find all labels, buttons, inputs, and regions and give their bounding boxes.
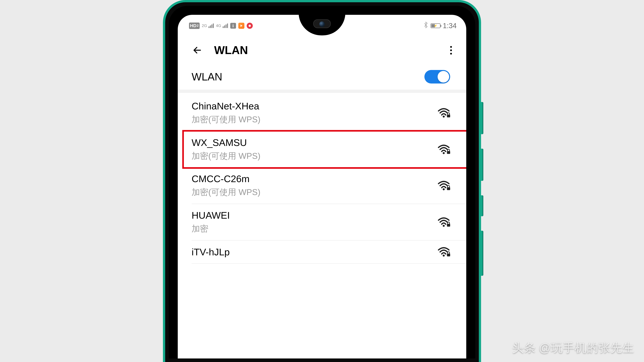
more-menu-button[interactable] — [445, 44, 456, 56]
wifi-lock-icon — [437, 246, 450, 258]
network-ssid: HUAWEI — [192, 210, 230, 221]
more-icon — [450, 46, 452, 48]
svg-point-6 — [443, 225, 445, 227]
svg-point-2 — [443, 152, 445, 154]
svg-point-0 — [443, 115, 445, 118]
record-app-icon — [247, 23, 253, 29]
back-arrow-icon — [192, 45, 202, 55]
watermark: 头条 @玩手机的张先生 — [512, 340, 634, 356]
side-buttons — [480, 102, 483, 290]
network-security: 加密(可使用 WPS) — [192, 114, 260, 125]
wifi-lock-icon — [437, 180, 450, 191]
network-ssid: CMCC-C26m — [192, 173, 260, 184]
titlebar: WLAN — [178, 36, 466, 64]
svg-rect-7 — [447, 224, 450, 227]
page-title: WLAN — [214, 44, 248, 57]
phone-frame: HD2 2G 4G — [163, 0, 481, 362]
network-security: 加密(可使用 WPS) — [192, 187, 260, 198]
network-ssid: iTV-hJLp — [192, 247, 230, 258]
wifi-lock-icon — [437, 107, 450, 119]
network-item[interactable]: ChinaNet-XHea加密(可使用 WPS) — [192, 93, 466, 131]
hd-badge: HD2 — [189, 22, 200, 29]
network-item[interactable]: iTV-hJLp — [192, 241, 466, 264]
watermark-handle: @玩手机的张先生 — [539, 340, 634, 356]
back-button[interactable] — [192, 44, 203, 56]
svg-point-8 — [443, 255, 445, 257]
clock: 1:34 — [443, 22, 456, 30]
svg-rect-9 — [447, 254, 450, 257]
bluetooth-icon — [424, 21, 428, 30]
wlan-toggle-row: WLAN — [178, 64, 466, 93]
network-ssid: WX_SAMSU — [192, 137, 260, 148]
network-ssid: ChinaNet-XHea — [192, 100, 260, 112]
network-item[interactable]: HUAWEI加密 — [192, 204, 466, 241]
wlan-toggle-label: WLAN — [192, 71, 222, 83]
info-icon: i — [230, 23, 236, 29]
play-app-icon — [238, 23, 244, 29]
network-list: ChinaNet-XHea加密(可使用 WPS) WX_SAMSU加密(可使用 … — [178, 93, 466, 264]
network-security: 加密(可使用 WPS) — [192, 150, 260, 162]
network-item[interactable]: WX_SAMSU加密(可使用 WPS) — [192, 131, 466, 167]
signal-4g: 4G — [216, 23, 228, 28]
watermark-brand: 头条 — [512, 340, 536, 356]
svg-rect-1 — [447, 115, 450, 117]
signal-2g: 2G — [202, 23, 214, 28]
battery-icon: ⚡ — [430, 23, 440, 28]
svg-point-4 — [443, 188, 445, 190]
network-item[interactable]: CMCC-C26m加密(可使用 WPS) — [192, 167, 466, 204]
screen: HD2 2G 4G — [178, 15, 466, 359]
wifi-lock-icon — [437, 144, 450, 155]
wifi-lock-icon — [437, 217, 450, 228]
svg-rect-3 — [447, 151, 450, 154]
svg-rect-5 — [447, 187, 450, 190]
wlan-toggle-switch[interactable] — [424, 70, 450, 83]
network-security: 加密 — [192, 223, 230, 234]
